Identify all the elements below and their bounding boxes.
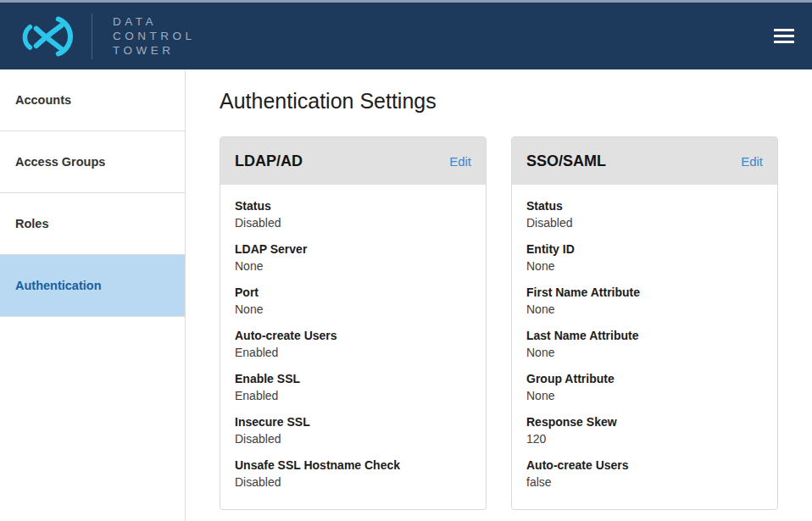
- field-row: Unsafe SSL Hostname Check Disabled: [235, 458, 471, 490]
- field-label: Insecure SSL: [235, 415, 471, 430]
- field-value: Disabled: [235, 216, 471, 230]
- brand-line-1: DATA: [113, 14, 196, 29]
- hamburger-bar: [774, 35, 794, 38]
- card-header: SSO/SAML Edit: [512, 137, 777, 185]
- cards-row: LDAP/AD Edit Status Disabled LDAP Server…: [220, 136, 812, 510]
- field-value: Disabled: [235, 432, 471, 446]
- field-label: Status: [235, 199, 471, 213]
- card-body: Status Disabled Entity ID None First Nam…: [512, 185, 777, 510]
- field-label: Port: [235, 285, 471, 300]
- field-row: First Name Attribute None: [526, 285, 763, 317]
- field-value: None: [526, 259, 763, 274]
- sidebar: Accounts Access Groups Roles Authenticat…: [0, 69, 186, 521]
- card-title: SSO/SAML: [526, 152, 606, 170]
- main-content: Authentication Settings LDAP/AD Edit Sta…: [186, 69, 812, 521]
- sidebar-item-access-groups[interactable]: Access Groups: [0, 131, 185, 193]
- field-value: Disabled: [235, 475, 471, 490]
- field-row: LDAP Server None: [235, 242, 471, 274]
- card-body: Status Disabled LDAP Server None Port No…: [220, 185, 486, 510]
- field-label: Group Attribute: [526, 372, 763, 386]
- field-value: None: [526, 389, 763, 403]
- field-row: Status Disabled: [235, 199, 471, 230]
- hamburger-menu-icon[interactable]: [774, 22, 794, 50]
- field-row: Status Disabled: [526, 199, 763, 230]
- field-label: Auto-create Users: [526, 458, 763, 473]
- field-label: First Name Attribute: [526, 285, 763, 300]
- card-title: LDAP/AD: [235, 152, 303, 170]
- sidebar-item-label: Access Groups: [15, 155, 105, 169]
- hamburger-bar: [774, 29, 794, 32]
- edit-link[interactable]: Edit: [741, 154, 763, 169]
- field-label: Response Skew: [526, 415, 763, 430]
- field-label: Entity ID: [526, 242, 763, 257]
- field-row: Response Skew 120: [526, 415, 763, 446]
- field-row: Group Attribute None: [526, 372, 763, 403]
- brand-line-2: CONTROL: [113, 29, 196, 43]
- field-value: false: [526, 475, 763, 490]
- field-value: Disabled: [526, 216, 763, 230]
- brand-line-3: TOWER: [113, 43, 196, 58]
- sidebar-item-label: Accounts: [15, 93, 71, 107]
- field-value: None: [526, 346, 763, 360]
- app-header: DATA CONTROL TOWER: [0, 3, 812, 69]
- brand-divider: [92, 14, 92, 59]
- field-value: None: [526, 302, 763, 317]
- field-label: Auto-create Users: [235, 329, 471, 343]
- field-row: Last Name Attribute None: [526, 329, 763, 360]
- field-value: None: [235, 302, 471, 317]
- page-layout: Accounts Access Groups Roles Authenticat…: [0, 69, 812, 521]
- field-value: Enabled: [235, 346, 471, 360]
- sidebar-item-label: Authentication: [15, 279, 102, 292]
- brand: DATA CONTROL TOWER: [10, 3, 196, 69]
- sidebar-item-label: Roles: [15, 217, 49, 230]
- settings-card-sso-saml: SSO/SAML Edit Status Disabled Entity ID …: [511, 136, 778, 510]
- page-title: Authentication Settings: [220, 89, 812, 114]
- edit-link[interactable]: Edit: [449, 154, 471, 169]
- field-value: Enabled: [235, 389, 471, 403]
- field-value: 120: [526, 432, 763, 446]
- hamburger-bar: [774, 41, 794, 44]
- card-header: LDAP/AD Edit: [220, 137, 486, 185]
- sidebar-item-authentication[interactable]: Authentication: [0, 255, 185, 317]
- field-label: Enable SSL: [235, 372, 471, 386]
- field-label: Last Name Attribute: [526, 329, 763, 343]
- brand-text: DATA CONTROL TOWER: [113, 14, 196, 58]
- field-label: LDAP Server: [235, 242, 471, 257]
- field-row: Auto-create Users Enabled: [235, 329, 471, 360]
- sidebar-item-accounts[interactable]: Accounts: [0, 69, 185, 131]
- field-row: Port None: [235, 285, 471, 317]
- field-label: Status: [526, 199, 763, 213]
- sidebar-item-roles[interactable]: Roles: [0, 193, 185, 255]
- field-row: Insecure SSL Disabled: [235, 415, 471, 446]
- field-value: None: [235, 259, 471, 274]
- field-label: Unsafe SSL Hostname Check: [235, 458, 471, 473]
- field-row: Auto-create Users false: [526, 458, 763, 490]
- field-row: Enable SSL Enabled: [235, 372, 471, 403]
- settings-card-ldap-ad: LDAP/AD Edit Status Disabled LDAP Server…: [220, 136, 487, 510]
- delphix-logo-icon: [10, 14, 80, 59]
- field-row: Entity ID None: [526, 242, 763, 274]
